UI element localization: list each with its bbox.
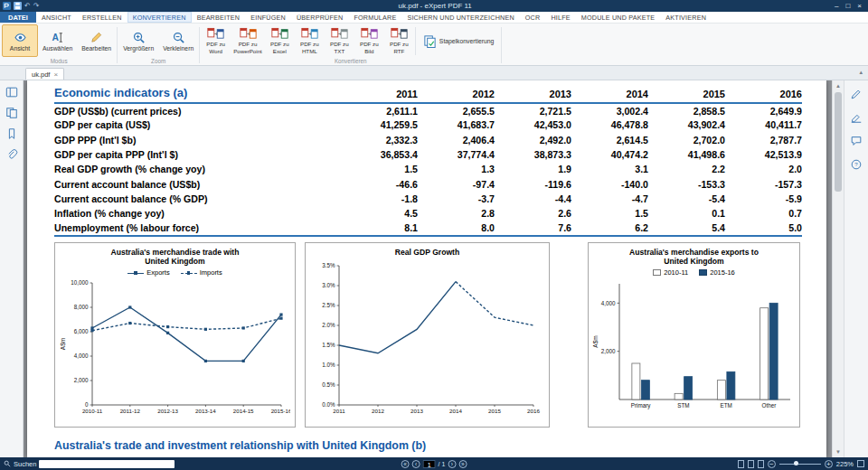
close-button[interactable]: × xyxy=(854,0,865,12)
year-header: 2015 xyxy=(648,86,725,103)
pdf-to-rtf-button[interactable]: PDF zuRTF xyxy=(384,24,414,57)
pdf-to-powerpoint-button[interactable]: PDF zuPowerPoint xyxy=(231,24,265,57)
two-page-view-icon[interactable] xyxy=(748,460,754,468)
last-page-button[interactable]: » xyxy=(458,460,467,468)
imports-line-sample xyxy=(181,273,197,274)
file-menu-button[interactable]: DATEI xyxy=(0,12,36,23)
pdf-to-excel-button[interactable]: PDF zuExcel xyxy=(265,24,295,57)
menu-tab-formulare[interactable]: FORMULARE xyxy=(348,12,401,23)
svg-text:10,000: 10,000 xyxy=(71,279,89,286)
attachments-icon[interactable] xyxy=(5,148,18,161)
zoom-in-button[interactable]: + xyxy=(825,460,833,468)
svg-text:1.0%: 1.0% xyxy=(322,362,335,368)
chart-box-merchandise-trade: Australia's merchandise trade with Unite… xyxy=(54,242,296,428)
indicator-value: 5.0 xyxy=(725,221,802,235)
collapse-ribbon-icon[interactable]: ▴ xyxy=(859,69,863,76)
menu-tab-aktivieren[interactable]: AKTIVIEREN xyxy=(660,12,712,23)
svg-text:2,000: 2,000 xyxy=(74,377,89,383)
right-sidebar: ? xyxy=(844,80,868,457)
vertical-scrollbar[interactable]: ▲ ▼ xyxy=(832,80,844,457)
table-row: GDP PPP (Int'l $b)2,332.32,406.42,492.02… xyxy=(54,133,802,147)
view-mode-button[interactable]: Ansicht xyxy=(2,24,38,57)
legend-label: Exports xyxy=(146,268,169,277)
edit-button[interactable]: Bearbeiten xyxy=(77,24,116,57)
zoom-out-button[interactable]: − xyxy=(768,460,776,468)
minimize-button[interactable]: – xyxy=(831,0,842,12)
scroll-down-arrow[interactable]: ▼ xyxy=(833,446,844,457)
scroll-up-arrow[interactable]: ▲ xyxy=(833,80,844,91)
document-tab-uk-pdf[interactable]: uk.pdf × xyxy=(25,68,64,80)
indicator-value: -140.0 xyxy=(571,176,648,191)
button-label-line2: TXT xyxy=(334,48,344,54)
indicator-label: GDP per capita (US$) xyxy=(54,118,341,132)
indicator-value: -4.7 xyxy=(571,192,648,206)
zoom-level[interactable]: 225% xyxy=(836,460,854,468)
continuous-view-icon[interactable] xyxy=(758,460,764,468)
fullscreen-icon[interactable] xyxy=(857,460,864,467)
bookmarks-icon[interactable] xyxy=(5,127,18,140)
zoom-slider[interactable] xyxy=(779,464,821,465)
menu-tab-module-und-pakete[interactable]: MODULE UND PAKETE xyxy=(576,12,661,23)
previous-page-button[interactable]: ‹ xyxy=(412,460,420,468)
indicator-value: 2,492.0 xyxy=(495,133,571,147)
menu-tab-sichern-und-unterzeichnen[interactable]: SICHERN UND UNTERZEICHNEN xyxy=(401,12,519,23)
highlighter-icon[interactable] xyxy=(850,111,863,124)
menu-tab-konvertieren[interactable]: KONVERTIEREN xyxy=(127,12,192,23)
save-icon[interactable] xyxy=(14,2,22,10)
pdf-to-txt-button[interactable]: PDF zuTXT xyxy=(325,24,354,57)
indicator-label: Current account balance (US$b) xyxy=(54,176,341,191)
menu-tab-erstellen[interactable]: ERSTELLEN xyxy=(77,12,127,23)
menu-tab-hilfe[interactable]: HILFE xyxy=(545,12,575,23)
pdf-to-rtf-icon xyxy=(391,27,408,40)
menu-tab-ansicht[interactable]: ANSICHT xyxy=(36,12,77,23)
help-icon[interactable]: ? xyxy=(850,158,863,171)
button-label-line2: Bild xyxy=(364,48,373,54)
page-thumbnails-icon[interactable] xyxy=(5,107,18,119)
pdf-to-image-button[interactable]: PDF zuBild xyxy=(354,24,384,57)
svg-text:2.0%: 2.0% xyxy=(322,322,335,328)
menu-tab-überprüfen[interactable]: ÜBERPRÜFEN xyxy=(291,12,349,23)
pdf-to-html-button[interactable]: PDF zuHTML xyxy=(295,24,325,57)
table-row: GDP (US$b) (current prices)2,611.12,655.… xyxy=(54,103,802,118)
status-bar: Suchen « ‹ 1 / 1 › » − + 225% xyxy=(0,457,868,470)
button-label-line1: PDF zu xyxy=(206,41,225,47)
menu-tab-einfügen[interactable]: EINFÜGEN xyxy=(245,12,291,23)
zoom-in-button[interactable]: Vergrößern xyxy=(118,24,158,57)
select-text-button[interactable]: A Auswählen xyxy=(38,24,77,57)
single-page-view-icon[interactable] xyxy=(738,460,744,468)
table-title: Economic indicators (a) xyxy=(54,86,341,103)
button-label: Verkleinern xyxy=(163,45,193,52)
search-input[interactable] xyxy=(39,460,175,468)
indicator-label: Current account balance (% GDP) xyxy=(54,192,341,206)
maximize-button[interactable]: □ xyxy=(842,0,854,12)
quick-access-toolbar: ↶ ↷ xyxy=(3,0,39,12)
scrollbar-thumb[interactable] xyxy=(835,92,842,192)
indicator-value: 2,332.3 xyxy=(341,133,418,147)
close-tab-icon[interactable]: × xyxy=(53,70,58,79)
batch-conversion-button[interactable]: Stapelkonvertierung xyxy=(417,24,500,57)
svg-text:STM: STM xyxy=(677,402,689,409)
comments-icon[interactable] xyxy=(850,135,863,147)
current-page-indicator[interactable]: 1 xyxy=(423,460,436,468)
annotate-pen-icon[interactable] xyxy=(850,88,863,100)
button-label-line1: PDF zu xyxy=(239,41,258,47)
zoom-out-button[interactable]: Verkleinern xyxy=(158,24,198,57)
menu-tab-ocr[interactable]: OCR xyxy=(520,12,546,23)
undo-icon[interactable]: ↶ xyxy=(24,0,31,12)
svg-text:2015-16: 2015-16 xyxy=(271,408,290,414)
document-tab-label: uk.pdf xyxy=(32,70,50,79)
next-page-button[interactable]: › xyxy=(448,460,456,468)
indicator-label: GDP PPP (Int'l $b) xyxy=(54,133,341,147)
panels-icon[interactable] xyxy=(5,86,18,99)
indicator-value: 40,474.2 xyxy=(571,147,648,162)
svg-text:A$m: A$m xyxy=(592,336,599,348)
indicator-value: 6.2 xyxy=(571,221,648,235)
redo-icon[interactable]: ↷ xyxy=(33,0,40,12)
menu-tab-bearbeiten[interactable]: BEARBEITEN xyxy=(192,12,246,23)
zoom-slider-thumb[interactable] xyxy=(794,461,798,465)
pdf-to-word-button[interactable]: PDF zuWord xyxy=(201,24,231,57)
chart-title: Real GDP Growth xyxy=(306,248,549,257)
economic-indicators-table: Economic indicators (a) 2011201220132014… xyxy=(54,86,802,237)
pdf-to-image-icon xyxy=(361,27,378,40)
first-page-button[interactable]: « xyxy=(401,460,410,468)
